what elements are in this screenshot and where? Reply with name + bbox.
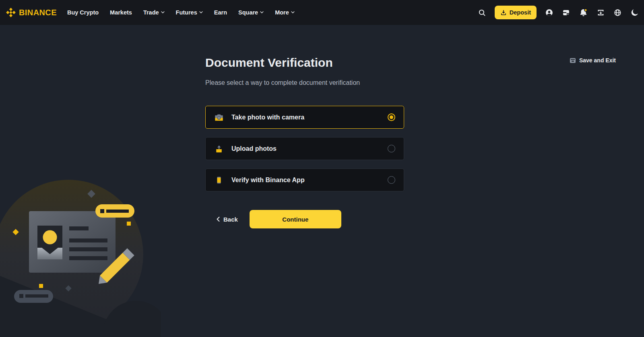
user-icon[interactable] (545, 8, 553, 17)
app-download-icon[interactable] (597, 8, 605, 17)
navbar-actions: Deposit (478, 6, 639, 19)
nav-item-markets[interactable]: Markets (110, 9, 132, 16)
continue-button[interactable]: Continue (250, 210, 341, 228)
deposit-icon (500, 9, 507, 16)
save-icon (570, 58, 576, 64)
deposit-button[interactable]: Deposit (495, 6, 537, 19)
theme-moon-icon[interactable] (630, 8, 639, 17)
nav-item-square[interactable]: Square (238, 9, 264, 16)
notifications-icon[interactable] (579, 8, 588, 17)
option-upload-photos[interactable]: Upload photos (205, 137, 404, 160)
nav-item-more[interactable]: More (275, 9, 295, 16)
page-title: Document Verification (205, 56, 404, 69)
nav-item-buy-crypto[interactable]: Buy Crypto (67, 9, 99, 16)
nav-item-earn[interactable]: Earn (214, 9, 227, 16)
page-subtitle: Please select a way to complete document… (205, 79, 404, 86)
nav-item-futures[interactable]: Futures (176, 9, 203, 16)
chevron-left-icon (217, 217, 220, 222)
phone-icon (214, 175, 224, 185)
radio-selected[interactable] (388, 113, 395, 121)
chevron-down-icon (291, 11, 295, 14)
save-and-exit-button[interactable]: Save and Exit (570, 57, 616, 64)
option-verify-with-binance-app[interactable]: Verify with Binance App (205, 168, 404, 191)
globe-icon[interactable] (613, 8, 622, 17)
brand-name: BINANCE (19, 8, 57, 17)
camera-icon (214, 113, 224, 122)
back-button[interactable]: Back (217, 216, 238, 223)
chevron-down-icon (199, 11, 203, 14)
search-icon[interactable] (478, 8, 486, 17)
wallet-icon[interactable] (562, 8, 570, 17)
document-verification-panel: Document Verification Please select a wa… (205, 56, 404, 228)
option-take-photo-with-camera[interactable]: Take photo with camera (205, 106, 404, 129)
chevron-down-icon (260, 11, 264, 14)
binance-diamond-icon (6, 7, 16, 18)
radio-unselected[interactable] (388, 145, 395, 152)
id-verification-illustration (0, 172, 161, 337)
radio-unselected[interactable] (388, 176, 395, 184)
chevron-down-icon (161, 11, 165, 14)
upload-icon (214, 144, 224, 154)
top-navbar: BINANCE Buy Crypto Markets Trade Futures… (0, 0, 644, 25)
binance-logo[interactable]: BINANCE (6, 7, 57, 18)
verification-options: Take photo with camera Upload photos (205, 106, 404, 191)
footer-actions: Back Continue (205, 210, 404, 228)
nav-item-trade[interactable]: Trade (143, 9, 165, 16)
primary-nav: Buy Crypto Markets Trade Futures Earn Sq… (67, 9, 295, 16)
